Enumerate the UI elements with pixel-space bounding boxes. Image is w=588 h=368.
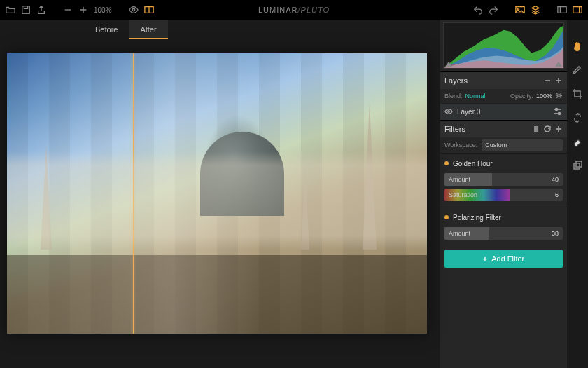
slider-label: Amount — [444, 176, 470, 183]
photo-canvas[interactable] — [7, 53, 427, 334]
folder-open-icon[interactable] — [6, 5, 15, 15]
filters-reset-icon[interactable] — [543, 125, 552, 133]
slider-golden-hour-amount[interactable]: Amount 40 — [444, 173, 563, 186]
tab-before[interactable]: Before — [84, 20, 129, 39]
slider-value: 6 — [555, 191, 563, 198]
crop-tool-icon[interactable] — [572, 88, 583, 100]
sidebar-toggle-right-icon[interactable] — [573, 5, 582, 15]
svg-rect-12 — [576, 161, 582, 167]
svg-rect-0 — [22, 6, 30, 14]
image-panel-icon[interactable] — [515, 5, 525, 15]
histogram[interactable] — [443, 22, 564, 69]
add-filter-button[interactable]: + Add Filter — [444, 250, 563, 268]
undo-icon[interactable] — [473, 5, 483, 15]
slider-value: 38 — [552, 230, 563, 237]
zoom-in-icon[interactable] — [78, 5, 88, 15]
toolbar-left-group: 100% — [0, 5, 160, 15]
zoom-out-icon[interactable] — [63, 5, 73, 15]
filters-plus-icon[interactable] — [554, 125, 563, 133]
layers-minus-icon[interactable] — [543, 76, 552, 85]
workspace-row: Workspace: Custom — [440, 137, 567, 153]
opacity-value[interactable]: 100% — [536, 93, 552, 100]
slider-polarizing-amount[interactable]: Amount 38 — [444, 227, 563, 240]
layers-title: Layers — [444, 76, 468, 85]
filter-golden-hour-header[interactable]: Golden Hour — [444, 156, 563, 170]
tool-strip — [567, 20, 588, 368]
layers-panel-icon[interactable] — [531, 5, 540, 15]
compare-tabs: Before After — [84, 20, 440, 39]
histogram-highlight-clip-icon[interactable] — [555, 62, 562, 67]
layer-name: Layer 0 — [457, 108, 480, 116]
brush-tool-icon[interactable] — [572, 64, 583, 76]
layers-plus-icon[interactable] — [554, 76, 563, 85]
before-after-divider[interactable] — [133, 53, 134, 334]
svg-point-8 — [448, 110, 450, 112]
blend-mode-select[interactable]: Normal — [465, 93, 486, 100]
side-panel: Layers Blend: Normal Opacity: 100% Layer… — [440, 20, 567, 368]
layer-adjustments-icon[interactable] — [553, 107, 563, 118]
plus-icon: + — [483, 254, 487, 263]
layer-settings-gear-icon[interactable] — [555, 92, 563, 101]
layer-visibility-eye-icon[interactable] — [444, 107, 453, 117]
layers-panel: Layers Blend: Normal Opacity: 100% Layer… — [440, 71, 567, 120]
svg-rect-6 — [573, 7, 582, 13]
svg-point-7 — [558, 94, 561, 97]
transform-tool-icon[interactable] — [572, 112, 583, 123]
preview-eye-icon[interactable] — [129, 5, 139, 15]
workspace-label: Workspace: — [444, 142, 477, 149]
blend-label: Blend: — [444, 93, 463, 100]
slider-value: 40 — [552, 176, 563, 183]
zoom-level[interactable]: 100% — [94, 6, 112, 14]
filter-polarizing: Polarizing Filter Amount 38 — [440, 207, 567, 245]
add-filter-label: Add Filter — [491, 254, 524, 263]
main-area: Before After — [0, 20, 588, 368]
workspace-select[interactable]: Custom — [482, 139, 563, 151]
layer-item[interactable]: Layer 0 — [440, 103, 567, 120]
slider-golden-hour-saturation[interactable]: Saturation 6 — [444, 189, 563, 201]
svg-rect-11 — [574, 163, 580, 169]
eraser-tool-icon[interactable] — [572, 136, 583, 147]
share-icon[interactable] — [36, 5, 46, 15]
canvas-area: Before After — [0, 20, 440, 368]
filter-enabled-dot-icon[interactable] — [444, 215, 449, 219]
filters-header: Filters — [440, 121, 567, 137]
save-icon[interactable] — [21, 5, 31, 15]
layers-header: Layers — [440, 72, 567, 89]
filter-polarizing-header[interactable]: Polarizing Filter — [444, 210, 563, 224]
filter-name: Polarizing Filter — [453, 214, 501, 222]
filters-title: Filters — [444, 125, 465, 133]
filter-enabled-dot-icon[interactable] — [444, 161, 449, 165]
hand-tool-icon[interactable] — [572, 41, 583, 52]
layer-blend-row: Blend: Normal Opacity: 100% — [440, 89, 567, 103]
top-toolbar: 100% LUMINAR/PLUTO — [0, 0, 588, 20]
opacity-label: Opacity: — [510, 93, 533, 100]
sidebar-toggle-left-icon[interactable] — [557, 5, 567, 15]
filters-panel: Filters Workspace: Custom Golden Hour Am… — [440, 120, 567, 272]
slider-label: Saturation — [444, 191, 477, 198]
histogram-shadow-clip-icon[interactable] — [445, 62, 452, 67]
clone-tool-icon[interactable] — [572, 160, 583, 171]
filters-save-preset-icon[interactable] — [532, 125, 540, 133]
compare-split-icon[interactable] — [144, 5, 154, 15]
slider-label: Amount — [444, 230, 470, 237]
tab-after[interactable]: After — [129, 20, 167, 39]
canvas-viewport[interactable] — [0, 39, 440, 368]
svg-rect-5 — [558, 7, 566, 13]
redo-icon[interactable] — [489, 5, 498, 15]
filter-name: Golden Hour — [453, 160, 493, 168]
toolbar-right-group — [468, 5, 588, 15]
svg-point-1 — [132, 8, 135, 11]
filter-golden-hour: Golden Hour Amount 40 Saturation 6 — [440, 153, 567, 207]
